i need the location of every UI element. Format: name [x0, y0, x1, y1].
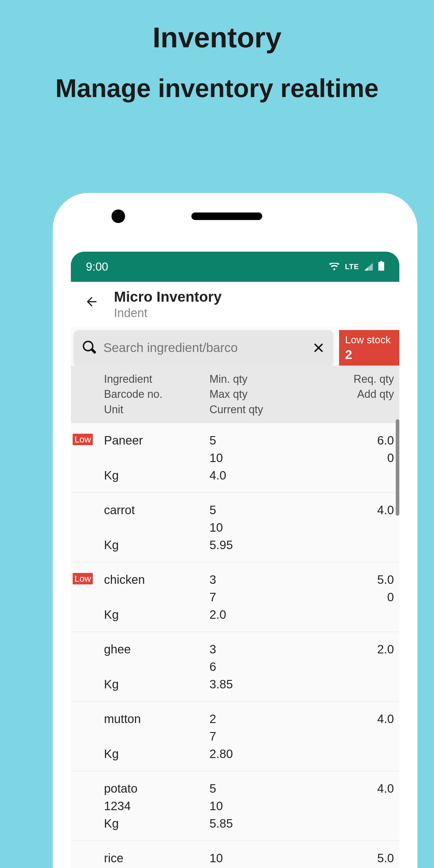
barcode-value — [104, 449, 210, 467]
req-qty: 2.0 — [306, 641, 394, 658]
th-unit: Unit — [104, 402, 210, 417]
qty-cell: 5104.0 — [210, 432, 306, 484]
max-qty: 7 — [210, 727, 306, 745]
min-qty: 5 — [210, 501, 306, 519]
ingredient-name: ghee — [104, 641, 210, 658]
app-screen: 9:00 LTE Micro Inventory Inde — [71, 252, 399, 868]
th-req-qty: Req. qty — [306, 372, 394, 387]
ingredient-cell: carrot Kg — [104, 501, 210, 554]
ingredient-name: potato — [104, 780, 210, 797]
req-cell: 5.00 — [306, 571, 394, 623]
row-badge-cell — [71, 849, 104, 868]
add-qty[interactable] — [306, 797, 394, 815]
min-qty: 3 — [210, 571, 306, 588]
row-badge-cell — [71, 641, 104, 693]
current-qty: 5.95 — [210, 536, 306, 554]
search-box[interactable] — [74, 330, 333, 366]
barcode-value: 1234 — [104, 797, 210, 815]
status-time: 9:00 — [86, 260, 108, 273]
req-qty: 5.0 — [306, 571, 394, 588]
table-row[interactable]: carrot Kg5105.954.0 — [71, 493, 399, 562]
th-max-qty: Max qty — [210, 387, 306, 402]
phone-side-button — [414, 494, 417, 552]
ingredient-cell: chicken Kg — [104, 571, 210, 623]
unit-value: Kg — [104, 536, 210, 554]
page-title: Inventory — [0, 0, 434, 54]
phone-hardware — [53, 193, 417, 224]
status-icons: LTE — [329, 260, 384, 273]
search-row: Low stock 2 — [71, 327, 399, 366]
min-qty: 2 — [210, 710, 306, 727]
th-ingredient: Ingredient — [104, 372, 210, 387]
ingredient-name: rice — [104, 849, 210, 867]
current-qty: 4.0 — [210, 467, 306, 484]
app-header: Micro Inventory Indent — [71, 282, 399, 327]
add-qty[interactable] — [306, 519, 394, 536]
barcode-value — [104, 658, 210, 675]
table-row[interactable]: rice Kg102014.705.0 — [71, 841, 399, 868]
qty-cell: 5105.95 — [210, 501, 306, 554]
ingredient-name: chicken — [104, 571, 210, 588]
low-stock-count: 2 — [345, 347, 393, 362]
phone-speaker-slot — [191, 213, 262, 220]
row-badge-cell — [71, 501, 104, 554]
req-cell: 5.0 — [306, 849, 394, 868]
max-qty: 10 — [210, 519, 306, 536]
min-qty: 5 — [210, 432, 306, 449]
clear-search-button[interactable] — [313, 342, 324, 354]
add-qty[interactable] — [306, 727, 394, 745]
close-icon — [313, 342, 324, 354]
qty-cell: 5105.85 — [210, 780, 306, 832]
barcode-value — [104, 588, 210, 606]
ingredient-cell: ghee Kg — [104, 641, 210, 693]
max-qty: 10 — [210, 797, 306, 815]
current-qty: 2.80 — [210, 745, 306, 763]
req-cell: 6.00 — [306, 432, 394, 484]
current-qty: 2.0 — [210, 606, 306, 623]
search-input[interactable] — [103, 341, 305, 355]
ingredient-name: mutton — [104, 710, 210, 727]
qty-cell: 102014.70 — [210, 849, 306, 868]
barcode-value — [104, 867, 210, 868]
back-button[interactable] — [84, 294, 99, 310]
unit-value: Kg — [104, 815, 210, 832]
ingredient-name: Paneer — [104, 432, 210, 449]
qty-cell: 272.80 — [210, 710, 306, 763]
low-stock-card[interactable]: Low stock 2 — [339, 330, 399, 366]
barcode-value — [104, 727, 210, 745]
inventory-table: Ingredient Barcode no. Unit Min. qty Max… — [71, 366, 399, 868]
ingredient-cell: mutton Kg — [104, 710, 210, 763]
req-qty: 5.0 — [306, 849, 394, 867]
barcode-value — [104, 519, 210, 536]
add-qty[interactable]: 0 — [306, 588, 394, 606]
add-qty[interactable]: 0 — [306, 449, 394, 467]
qty-cell: 363.85 — [210, 641, 306, 693]
app-subtitle: Indent — [114, 306, 221, 320]
row-badge-cell — [71, 710, 104, 763]
req-cell: 4.0 — [306, 710, 394, 763]
table-row[interactable]: Lowchicken Kg372.05.00 — [71, 562, 399, 632]
ingredient-cell: rice Kg — [104, 849, 210, 868]
th-barcode: Barcode no. — [104, 387, 210, 402]
phone-side-button — [414, 386, 417, 443]
add-qty[interactable] — [306, 658, 394, 675]
table-row[interactable]: potato1234Kg5105.854.0 — [71, 771, 399, 841]
search-icon — [82, 340, 96, 355]
table-row[interactable]: mutton Kg272.804.0 — [71, 702, 399, 771]
th-current-qty: Current qty — [210, 402, 306, 417]
min-qty: 5 — [210, 780, 306, 797]
table-row[interactable]: LowPaneer Kg5104.06.00 — [71, 423, 399, 493]
table-row[interactable]: ghee Kg363.852.0 — [71, 632, 399, 702]
network-type-label: LTE — [345, 262, 359, 271]
row-badge-cell: Low — [71, 432, 104, 484]
th-min-qty: Min. qty — [210, 372, 306, 387]
scrollbar-handle[interactable] — [396, 419, 399, 516]
req-cell: 4.0 — [306, 780, 394, 832]
row-badge-cell — [71, 780, 104, 832]
req-cell: 2.0 — [306, 641, 394, 693]
unit-value: Kg — [104, 745, 210, 763]
unit-value: Kg — [104, 606, 210, 623]
min-qty: 3 — [210, 641, 306, 658]
ingredient-name: carrot — [104, 501, 210, 519]
add-qty[interactable] — [306, 867, 394, 868]
